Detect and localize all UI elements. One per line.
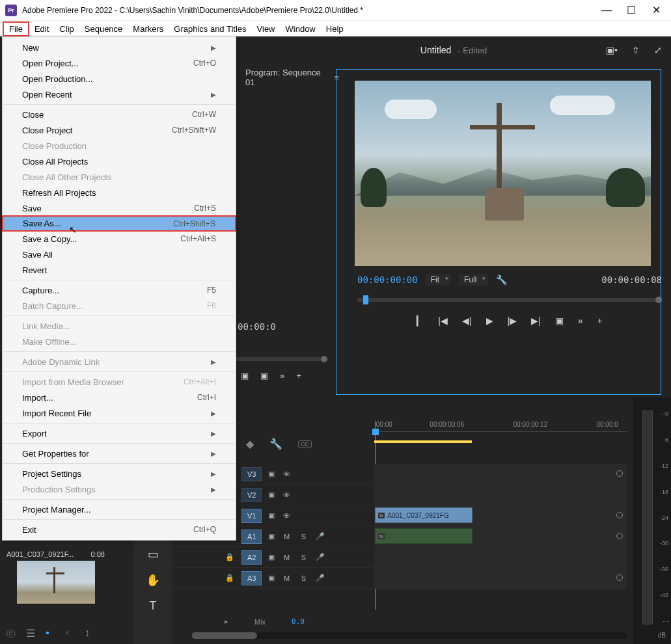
menu-item-open-project[interactable]: Open Project...Ctrl+O (3, 55, 236, 71)
menu-markers[interactable]: Markers (128, 23, 169, 35)
freeform-view-icon[interactable]: ▫ (65, 627, 75, 637)
play-button[interactable]: ▶ (486, 315, 493, 326)
mic-icon[interactable]: 🎤 (315, 574, 325, 582)
track-body-v1[interactable]: fx A001_C037_0921FG (374, 505, 627, 526)
go-to-in-button[interactable]: |◀ (438, 315, 448, 326)
program-monitor[interactable] (355, 81, 651, 266)
add-button[interactable]: + (597, 315, 603, 326)
close-button[interactable]: ✕ (651, 6, 661, 15)
source-insert-button[interactable]: ▣ (241, 371, 249, 381)
menu-file[interactable]: File (3, 21, 29, 36)
menu-item-open-recent[interactable]: Open Recent▶ (3, 87, 236, 102)
zoom-fit-select[interactable]: Fit (426, 274, 451, 286)
timeline-scrollbar[interactable] (192, 632, 627, 639)
quick-export-icon[interactable]: ▣• (606, 45, 618, 55)
eye-icon[interactable]: 👁 (281, 512, 292, 520)
track-label-a2[interactable]: A2 (241, 550, 262, 565)
transport-more-icon[interactable]: » (578, 315, 583, 326)
track-body-v2[interactable] (374, 485, 627, 505)
eye-icon[interactable]: 👁 (281, 470, 292, 478)
mix-arrow-icon[interactable]: ▸ (225, 617, 228, 626)
toggle-output-icon[interactable]: ▣ (268, 490, 275, 499)
track-label-a1[interactable]: A1 (241, 530, 262, 544)
captions-icon[interactable]: CC (298, 440, 312, 448)
hand-tool-icon[interactable]: ✋ (146, 573, 160, 587)
source-scrubber[interactable] (236, 357, 325, 361)
menu-item-close[interactable]: CloseCtrl+W (3, 107, 236, 122)
toggle-output-icon[interactable]: ▣ (268, 553, 275, 561)
menu-item-close-all-projects[interactable]: Close All Projects (3, 154, 236, 169)
mute-button[interactable]: M (281, 554, 292, 561)
menu-item-open-production[interactable]: Open Production... (3, 71, 236, 87)
timeline-ruler[interactable]: :00:00 00:00:00:06 00:00:00:12 00:00:0 (374, 421, 627, 440)
source-overwrite-button[interactable]: ▣ (260, 371, 268, 381)
lock-icon[interactable]: 🔒 (225, 574, 235, 582)
menu-item-import[interactable]: Import...Ctrl+I (3, 390, 236, 405)
menu-sequence[interactable]: Sequence (79, 23, 128, 35)
selection-tool-icon[interactable]: ▭ (148, 547, 159, 561)
toggle-output-icon[interactable]: ▣ (268, 574, 275, 582)
mute-button[interactable]: M (281, 574, 292, 582)
menu-item-save-as[interactable]: Save As...Ctrl+Shift+S (2, 215, 236, 232)
eye-icon[interactable]: 👁 (281, 491, 292, 499)
menu-item-revert[interactable]: Revert (3, 262, 236, 278)
menu-edit[interactable]: Edit (29, 23, 54, 35)
menu-item-save-a-copy[interactable]: Save a Copy...Ctrl+Alt+S (3, 231, 236, 247)
share-icon[interactable]: ⇧ (632, 45, 640, 55)
timeline-wrench-icon[interactable]: 🔧 (269, 438, 282, 450)
toggle-output-icon[interactable]: ▣ (268, 470, 275, 478)
clip-thumbnail[interactable] (17, 561, 95, 604)
toggle-output-icon[interactable]: ▣ (268, 532, 275, 541)
mix-value[interactable]: 0.0 (292, 617, 305, 626)
mute-button[interactable]: M (281, 533, 292, 541)
workspace-tab-untitled[interactable]: Untitled (420, 45, 451, 55)
menu-item-close-project[interactable]: Close ProjectCtrl+Shift+W (3, 122, 236, 138)
marker-icon[interactable]: ◆ (246, 438, 254, 450)
menu-item-capture[interactable]: Capture...F5 (3, 282, 236, 298)
track-label-v2[interactable]: V2 (241, 488, 262, 502)
source-add-button[interactable]: + (296, 371, 301, 381)
toggle-output-icon[interactable]: ▣ (268, 511, 275, 520)
track-body-a3[interactable] (374, 568, 627, 588)
menu-item-project-manager[interactable]: Project Manager... (3, 502, 236, 517)
work-area-bar[interactable] (374, 440, 472, 443)
export-frame-button[interactable]: ▣ (555, 315, 564, 326)
menu-view[interactable]: View (252, 23, 281, 35)
timeline-clip-video[interactable]: fx A001_C037_0921FG (375, 507, 472, 523)
mark-in-button[interactable]: ▎ (417, 315, 424, 326)
icon-view-icon[interactable]: ▪ (46, 627, 56, 637)
menu-item-project-settings[interactable]: Project Settings▶ (3, 466, 236, 481)
step-back-button[interactable]: ◀| (462, 315, 472, 326)
menu-item-exit[interactable]: ExitCtrl+Q (3, 522, 236, 537)
resolution-select[interactable]: Full (459, 274, 488, 286)
program-timecode-current[interactable]: 00:00:00:00 (357, 275, 418, 285)
program-scrubber[interactable] (357, 298, 662, 302)
timeline-clip-audio[interactable]: fx (375, 528, 472, 544)
menu-help[interactable]: Help (321, 23, 349, 35)
mic-icon[interactable]: 🎤 (315, 532, 325, 541)
track-body-a1[interactable]: fx (374, 526, 627, 546)
source-more-icon[interactable]: » (280, 371, 284, 381)
menu-item-import-recent-file[interactable]: Import Recent File▶ (3, 405, 236, 421)
fullscreen-icon[interactable]: ⤢ (654, 45, 662, 55)
menu-item-save-all[interactable]: Save All (3, 247, 236, 262)
track-body-a2[interactable] (374, 547, 627, 567)
menu-window[interactable]: Window (281, 23, 321, 35)
go-to-out-button[interactable]: ▶| (531, 315, 541, 326)
type-tool-icon[interactable]: T (150, 599, 157, 613)
lock-icon[interactable]: 🔒 (225, 553, 235, 561)
menu-item-save[interactable]: SaveCtrl+S (3, 200, 236, 216)
step-forward-button[interactable]: |▶ (508, 315, 517, 326)
menu-graphics[interactable]: Graphics and Titles (169, 23, 251, 35)
menu-item-new[interactable]: New▶ (3, 40, 236, 55)
panel-menu-icon[interactable]: ≡ (334, 73, 339, 83)
track-body-v3[interactable] (374, 464, 627, 484)
solo-button[interactable]: S (298, 574, 308, 582)
menu-item-refresh-all-projects[interactable]: Refresh All Projects (3, 185, 236, 200)
track-label-a3[interactable]: A3 (241, 571, 262, 585)
list-view-icon[interactable]: ☰ (26, 627, 36, 637)
program-playhead[interactable] (363, 295, 368, 304)
project-clip-item[interactable]: A001_C037_0921F... 0:08 (5, 550, 106, 604)
sort-icon[interactable]: ↕ (85, 627, 95, 637)
menu-item-get-properties-for[interactable]: Get Properties for▶ (3, 446, 236, 461)
